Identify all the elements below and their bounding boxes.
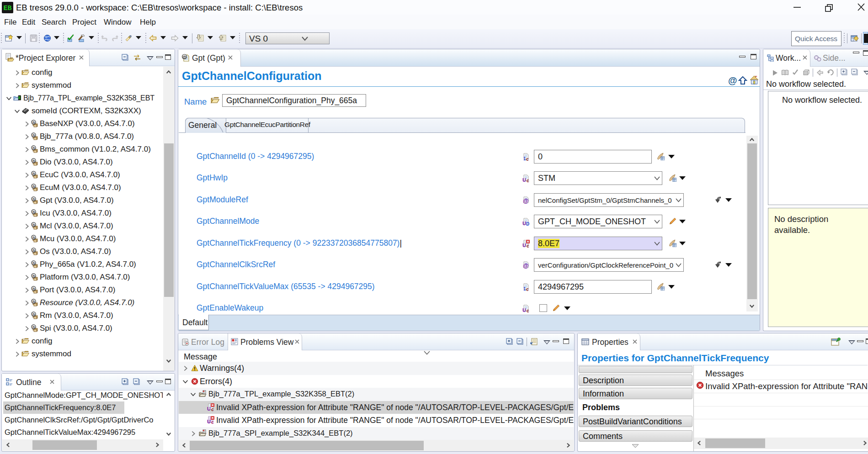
svg-text:U: U — [522, 221, 526, 226]
svg-text:U: U — [207, 419, 211, 424]
svg-text:U: U — [207, 406, 211, 411]
svg-text:D: D — [526, 222, 529, 226]
svg-text:c: c — [526, 156, 529, 161]
svg-text:U: U — [522, 177, 526, 182]
svg-text:U: U — [522, 243, 526, 248]
svg-text:c: c — [211, 406, 214, 411]
svg-text:@: @ — [523, 197, 529, 204]
svg-text:c: c — [527, 308, 529, 313]
svg-text:@: @ — [182, 55, 186, 59]
svg-text:c: c — [211, 420, 214, 424]
svg-text:c: c — [526, 286, 529, 291]
svg-text:@: @ — [523, 262, 529, 269]
svg-text:U: U — [522, 307, 526, 312]
svg-text:c: c — [527, 178, 529, 183]
svg-text:c: c — [527, 243, 529, 248]
svg-text:EB: EB — [3, 5, 11, 12]
